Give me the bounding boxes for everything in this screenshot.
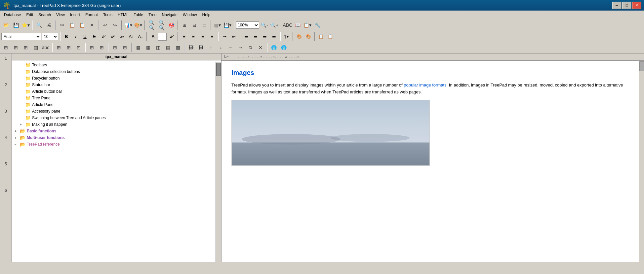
find2-button[interactable]: 🔍🔍 [157, 21, 166, 29]
article-scrollbar[interactable] [639, 61, 644, 262]
tree-item-article-button-bar[interactable]: 📁 Article button bar [12, 88, 221, 95]
tree-item-switching[interactable]: 📁 Switching between Tree and Article pan… [12, 115, 221, 121]
align-right-button[interactable]: ≡ [198, 33, 207, 41]
indent-decrease-button[interactable]: ⇤ [229, 33, 238, 41]
list1-button[interactable]: ☰ [261, 33, 269, 41]
view2-button[interactable]: 💾▾ [223, 21, 232, 29]
underline-button[interactable]: U [81, 33, 89, 41]
tb3-border3-button[interactable]: ▥ [153, 43, 163, 52]
tb3-right-button[interactable]: → [236, 43, 245, 52]
tree-item-db-selection[interactable]: 📁 Database selection buttons [12, 68, 221, 75]
highlight-button[interactable]: 🖊 [99, 33, 108, 41]
superscript-button[interactable]: x² [108, 33, 117, 41]
align-left-button[interactable]: ≡ [180, 33, 188, 41]
special2-button[interactable]: 📋 [326, 33, 335, 41]
align-justify-button[interactable]: ≡ [208, 33, 216, 41]
tb3-merge2-button[interactable]: ⊞ [120, 43, 130, 52]
subscript-button[interactable]: x₂ [118, 33, 126, 41]
tree-item-treepad-ref[interactable]: − 📂 TreePad reference [12, 141, 221, 148]
menu-item-help[interactable]: Help [200, 12, 213, 18]
list2-button[interactable]: ☰ [270, 33, 278, 41]
undo-button[interactable]: ↩ [101, 21, 110, 29]
open-button[interactable]: 📂 [1, 21, 11, 29]
outline2-button[interactable]: ⊟ [190, 21, 199, 29]
zoom-in-button[interactable]: 🔍+ [270, 21, 279, 29]
italic-button[interactable]: I [71, 33, 80, 41]
tree-item-accessory-pane[interactable]: 📁 Accessory pane [12, 108, 221, 115]
article-link[interactable]: popular image formats [404, 83, 446, 87]
font-name-select[interactable]: Arial Times New Roman Courier New [1, 33, 41, 40]
tb3-btn-3[interactable]: ⊞ [21, 43, 30, 52]
tree-item-toolbars[interactable]: 📁 Toolbars [12, 62, 221, 68]
tb3-row-button[interactable]: ⊞ [87, 43, 97, 52]
menu-item-tools[interactable]: Tools [101, 12, 115, 18]
cut-button[interactable]: ✂ [58, 21, 67, 29]
menu-item-edit[interactable]: Edit [23, 12, 36, 18]
menu-item-tree[interactable]: Tree [146, 12, 159, 18]
tree-item-tree-pane[interactable]: 📁 Tree Pane [12, 95, 221, 101]
menu-item-search[interactable]: Search [36, 12, 54, 18]
tb3-btn-2[interactable]: ⊞ [11, 43, 20, 52]
tb3-col-button[interactable]: ⊞ [97, 43, 106, 52]
menu-item-window[interactable]: Window [180, 12, 200, 18]
menu-item-format[interactable]: Format [83, 12, 101, 18]
zoom-out-button[interactable]: 🔍- [260, 21, 269, 29]
bold-button[interactable]: B [62, 33, 71, 41]
outline1-button[interactable]: ⊞ [180, 21, 189, 29]
tb3-img1-button[interactable]: 🖼 [186, 43, 196, 52]
minimize-button[interactable]: ─ [612, 2, 622, 9]
tb3-merge1-button[interactable]: ⊞ [110, 43, 120, 52]
tools-button[interactable]: 🔧 [313, 21, 322, 29]
tree-item-making[interactable]: + 📁 Making it all happen [12, 121, 221, 128]
close-button[interactable]: ✕ [632, 2, 641, 9]
tb3-border4-button[interactable]: ▤ [163, 43, 173, 52]
copy-button[interactable]: 📋 [67, 21, 77, 29]
tb3-btn-5[interactable]: abc [41, 43, 50, 52]
font-color-label-button[interactable]: A [149, 33, 157, 41]
tree-item-status-bar[interactable]: 📁 Status bar [12, 82, 221, 88]
print-button[interactable]: 🖨 [44, 21, 54, 29]
redo-button[interactable]: ↪ [110, 21, 120, 29]
print-preview-button[interactable]: 🔍 [34, 21, 44, 29]
outline3-button[interactable]: ▭ [200, 21, 209, 29]
tb3-table3-button[interactable]: ⊡ [74, 43, 83, 52]
tb3-btn-4[interactable]: ▨ [31, 43, 40, 52]
align-center-button[interactable]: ≡ [189, 33, 198, 41]
article-content[interactable]: Images TreePad allows you to insert and … [221, 61, 639, 262]
paste-button[interactable]: 📋 [77, 21, 87, 29]
tb3-del-button[interactable]: ✕ [256, 43, 265, 52]
insert-button[interactable]: 📊▾ [124, 21, 133, 29]
menu-item-insert[interactable]: Insert [67, 12, 83, 18]
bullets-button[interactable]: ☰ [242, 33, 251, 41]
save-button[interactable]: 💾 [11, 21, 20, 29]
tree-scrollbar[interactable] [216, 62, 221, 262]
highlight-color-button[interactable]: 🖊 [167, 33, 176, 41]
find-button[interactable]: 🔍🔍 [147, 21, 156, 29]
font-size-select[interactable]: 10 8 12 14 16 [42, 33, 58, 40]
numbering-button[interactable]: ☰ [251, 33, 260, 41]
scrollbar-thumb[interactable] [639, 61, 644, 71]
tb3-img2-button[interactable]: 🖼 [196, 43, 206, 52]
delete-button[interactable]: ✕ [87, 21, 97, 29]
tb3-sort-button[interactable]: ⇅ [246, 43, 255, 52]
view1-button[interactable]: ▨▾ [213, 21, 222, 29]
tb3-web2-button[interactable]: 🌐 [279, 43, 288, 52]
tb3-border2-button[interactable]: ▦ [143, 43, 153, 52]
spell-button[interactable]: ABC [283, 21, 292, 29]
menu-item-view[interactable]: View [54, 12, 67, 18]
tb3-border1-button[interactable]: ▦ [134, 43, 143, 52]
tb3-up-button[interactable]: ↑ [206, 43, 216, 52]
menu-item-navigate[interactable]: Navigate [159, 12, 180, 18]
tree-item-article-pane[interactable]: 📁 Article Pane [12, 101, 221, 108]
menu-item-database[interactable]: Database [1, 12, 23, 18]
menu-item-html[interactable]: HTML [115, 12, 131, 18]
tb3-border5-button[interactable]: ▩ [173, 43, 182, 52]
fontsize-up-button[interactable]: A↑ [127, 33, 136, 41]
zoom-select[interactable]: 100% 75% 125% 150% [236, 21, 259, 29]
tree-item-basic-functions[interactable]: + 📂 Basic functions [12, 128, 221, 134]
indent-increase-button[interactable]: ⇥ [220, 33, 229, 41]
tree-item-recycler[interactable]: 📁 Recycler button [12, 75, 221, 82]
paragraph-button[interactable]: ¶▾ [282, 33, 291, 41]
maximize-button[interactable]: □ [622, 2, 631, 9]
strikethrough-button[interactable]: S̶ [90, 33, 99, 41]
